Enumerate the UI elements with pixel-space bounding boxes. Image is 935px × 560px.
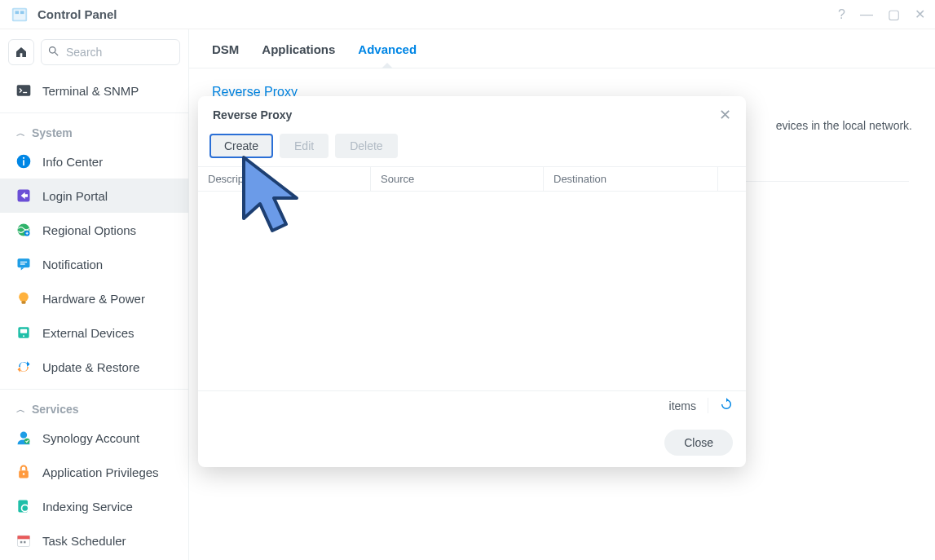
table-body (198, 192, 746, 390)
reverse-proxy-modal: Reverse Proxy ✕ Create Edit Delete Descr… (198, 96, 746, 467)
edit-button[interactable]: Edit (280, 134, 329, 158)
table-header: Description Source Destination (198, 166, 746, 192)
modal-backdrop: Reverse Proxy ✕ Create Edit Delete Descr… (0, 0, 935, 560)
status-items-label: items (669, 399, 696, 412)
modal-title: Reverse Proxy (213, 108, 292, 121)
close-button[interactable]: Close (664, 430, 733, 456)
create-button[interactable]: Create (209, 134, 273, 158)
column-destination[interactable]: Destination (544, 167, 718, 191)
column-description[interactable]: Description (198, 167, 371, 191)
refresh-button[interactable] (708, 398, 733, 413)
column-source[interactable]: Source (371, 167, 544, 191)
column-spacer (718, 167, 746, 191)
refresh-icon (720, 398, 733, 411)
modal-close-icon[interactable]: ✕ (719, 108, 731, 122)
delete-button[interactable]: Delete (335, 134, 397, 158)
